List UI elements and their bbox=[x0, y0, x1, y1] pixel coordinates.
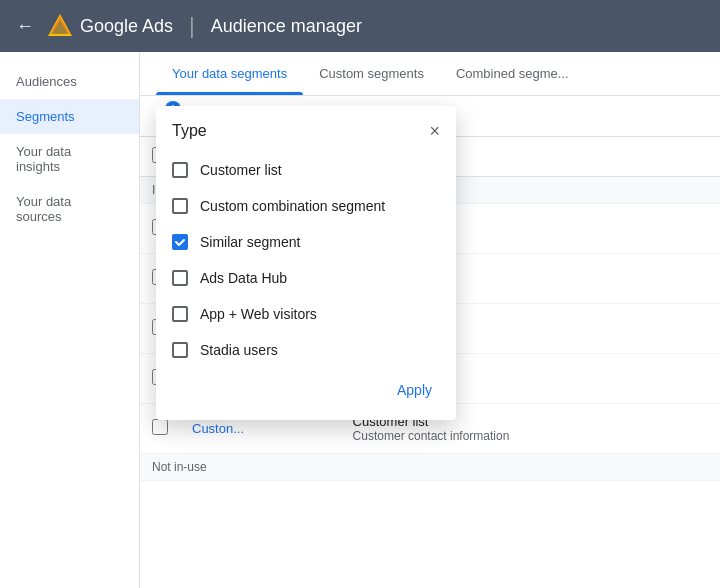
dropdown-title: Type bbox=[172, 122, 207, 140]
dropdown-label-similar-segment: Similar segment bbox=[200, 234, 300, 250]
content-area: Your data segments Custom segments Combi… bbox=[140, 52, 720, 588]
tab-custom[interactable]: Custom segments bbox=[303, 52, 440, 95]
apply-button[interactable]: Apply bbox=[389, 376, 440, 404]
page-title: Audience manager bbox=[211, 16, 362, 37]
header-divider: | bbox=[189, 13, 195, 39]
dropdown-item-app-web[interactable]: App + Web visitors bbox=[156, 296, 456, 332]
checkbox-similar-segment[interactable] bbox=[172, 234, 188, 250]
sidebar-item-data-insights[interactable]: Your datainsights bbox=[0, 134, 139, 184]
checkbox-custom-combo[interactable] bbox=[172, 198, 188, 214]
dropdown-close-button[interactable]: × bbox=[429, 122, 440, 140]
dropdown-item-custom-combo[interactable]: Custom combination segment bbox=[156, 188, 456, 224]
dropdown-footer: Apply bbox=[156, 368, 456, 408]
sidebar-item-audiences[interactable]: Audiences bbox=[0, 64, 139, 99]
dropdown-item-similar-segment[interactable]: Similar segment bbox=[156, 224, 456, 260]
sidebar-item-segments[interactable]: Segments bbox=[0, 99, 139, 134]
dropdown-label-custom-combo: Custom combination segment bbox=[200, 198, 385, 214]
back-button[interactable]: ← bbox=[16, 16, 34, 37]
tab-your-data[interactable]: Your data segments bbox=[156, 52, 303, 95]
dropdown-item-ads-data-hub[interactable]: Ads Data Hub bbox=[156, 260, 456, 296]
sidebar: Audiences Segments Your datainsights You… bbox=[0, 52, 140, 588]
tab-combined[interactable]: Combined segme... bbox=[440, 52, 585, 95]
checkbox-ads-data-hub[interactable] bbox=[172, 270, 188, 286]
google-ads-logo-icon bbox=[46, 12, 74, 40]
dropdown-item-customer-list[interactable]: Customer list bbox=[156, 152, 456, 188]
header: ← Google Ads | Audience manager bbox=[0, 0, 720, 52]
group-not-in-use: Not in-use bbox=[140, 454, 720, 481]
row-checkbox-5[interactable] bbox=[152, 419, 168, 435]
svg-marker-2 bbox=[50, 16, 70, 34]
checkbox-stadia[interactable] bbox=[172, 342, 188, 358]
dropdown-label-stadia: Stadia users bbox=[200, 342, 278, 358]
sidebar-item-data-sources[interactable]: Your datasources bbox=[0, 184, 139, 234]
main-layout: Audiences Segments Your datainsights You… bbox=[0, 52, 720, 588]
dropdown-item-stadia[interactable]: Stadia users bbox=[156, 332, 456, 368]
dropdown-label-app-web: App + Web visitors bbox=[200, 306, 317, 322]
logo: Google Ads bbox=[46, 12, 173, 40]
dropdown-label-ads-data-hub: Ads Data Hub bbox=[200, 270, 287, 286]
checkbox-app-web[interactable] bbox=[172, 306, 188, 322]
tab-bar: Your data segments Custom segments Combi… bbox=[140, 52, 720, 96]
dropdown-header: Type × bbox=[156, 106, 456, 152]
type-filter-dropdown: Type × Customer list Custom combination … bbox=[156, 106, 456, 420]
checkbox-customer-list[interactable] bbox=[172, 162, 188, 178]
app-name: Google Ads bbox=[80, 16, 173, 37]
group-label-not-in-use: Not in-use bbox=[140, 454, 720, 481]
dropdown-label-customer-list: Customer list bbox=[200, 162, 282, 178]
